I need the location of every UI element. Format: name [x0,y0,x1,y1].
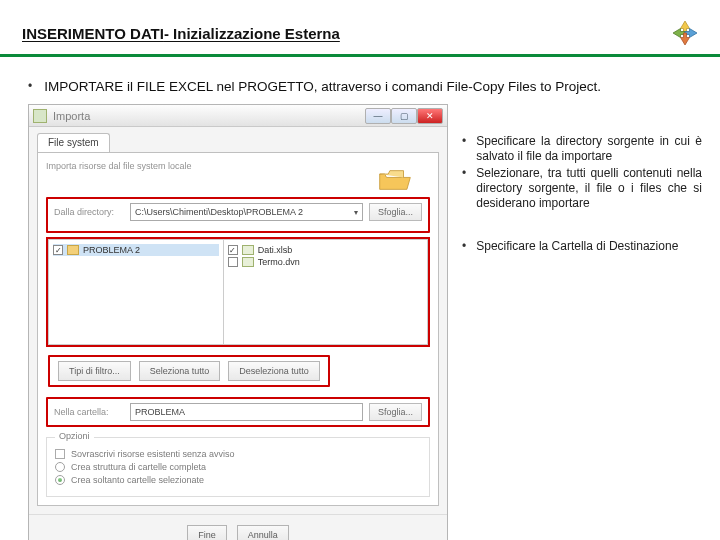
side-notes: • Specificare la directory sorgente in c… [458,104,720,282]
title-prefix: INSERIMENTO DATI [22,25,164,42]
tree-folder-item[interactable]: PROBLEMA 2 [53,244,219,256]
option-selected-only[interactable]: Crea soltanto cartelle selezionate [55,475,421,485]
bullet-dot: • [462,166,466,180]
radio-icon[interactable] [55,475,65,485]
file-list[interactable]: Dati.xlsb Termo.dvn [223,239,428,345]
deselect-all-button[interactable]: Deseleziona tutto [228,361,320,381]
checkbox-icon[interactable] [228,245,238,255]
slide-title: INSERIMENTO DATI- Inizializzazione Ester… [0,0,720,57]
chevron-down-icon[interactable]: ▾ [354,208,358,217]
arrows-icon [670,18,700,48]
browse-dest-button[interactable]: Sfoglia... [369,403,422,421]
note-source-dir: Specificare la directory sorgente in cui… [476,134,702,164]
checkbox-icon[interactable] [53,245,63,255]
tab-file-system[interactable]: File system [37,133,110,152]
dialog-app-icon [33,109,47,123]
dialog-title: Importa [53,110,365,122]
from-directory-label: Dalla directory: [54,207,124,217]
into-folder-input[interactable]: PROBLEMA [130,403,363,421]
into-folder-label: Nella cartella: [54,407,124,417]
file-selection-highlight: PROBLEMA 2 Dati.xlsb Termo.dvn [46,237,430,347]
window-close-button[interactable]: ✕ [417,108,443,124]
main-bullet-text: IMPORTARE il FILE EXCEL nel PROGETTO, at… [44,79,601,94]
from-directory-value: C:\Users\Chimenti\Desktop\PROBLEMA 2 [135,207,303,217]
folder-open-icon [378,167,412,193]
note-select-files: Selezionare, tra tutti quelli contenuti … [476,166,702,211]
file-icon [242,245,254,255]
bullet-dot: • [462,134,466,148]
title-suffix: - Inizializzazione Esterna [164,25,340,42]
option-full-structure[interactable]: Crea struttura di cartelle completa [55,462,421,472]
tabstrip: File system [29,127,447,152]
browse-source-button[interactable]: Sfoglia... [369,203,422,221]
window-minimize-button[interactable]: — [365,108,391,124]
tree-folder-label: PROBLEMA 2 [83,245,140,255]
options-group: Opzioni Sovrascrivi risorse esistenti se… [46,437,430,497]
list-item[interactable]: Dati.xlsb [228,244,423,256]
selection-buttons-highlight: Tipi di filtro... Seleziona tutto Desele… [46,355,430,387]
destination-highlight: Nella cartella: PROBLEMA Sfoglia... [46,397,430,427]
file-label: Termo.dvn [258,257,300,267]
folder-icon [67,245,79,255]
checkbox-icon[interactable] [228,257,238,267]
into-folder-value: PROBLEMA [135,407,185,417]
main-bullet: • IMPORTARE il FILE EXCEL nel PROGETTO, … [0,57,720,104]
dialog-description: Importa risorse dal file system locale [46,161,430,171]
cancel-button[interactable]: Annulla [237,525,289,540]
window-maximize-button[interactable]: ▢ [391,108,417,124]
from-directory-input[interactable]: C:\Users\Chimenti\Desktop\PROBLEMA 2 ▾ [130,203,363,221]
select-all-button[interactable]: Seleziona tutto [139,361,221,381]
source-directory-highlight: Dalla directory: C:\Users\Chimenti\Deskt… [46,197,430,233]
dialog-titlebar[interactable]: Importa — ▢ ✕ [29,105,447,127]
import-dialog: Importa — ▢ ✕ File system Importa risors… [28,104,448,540]
bullet-dot: • [462,239,466,253]
checkbox-icon[interactable] [55,449,65,459]
finish-button[interactable]: Fine [187,525,227,540]
file-label: Dati.xlsb [258,245,293,255]
bullet-dot: • [28,79,32,93]
file-icon [242,257,254,267]
folder-tree[interactable]: PROBLEMA 2 [48,239,223,345]
option-overwrite[interactable]: Sovrascrivi risorse esistenti senza avvi… [55,449,421,459]
note-destination: Specificare la Cartella di Destinazione [476,239,678,254]
radio-icon[interactable] [55,462,65,472]
filter-types-button[interactable]: Tipi di filtro... [58,361,131,381]
options-legend: Opzioni [55,431,94,441]
list-item[interactable]: Termo.dvn [228,256,423,268]
dialog-footer: Fine Annulla [29,514,447,540]
